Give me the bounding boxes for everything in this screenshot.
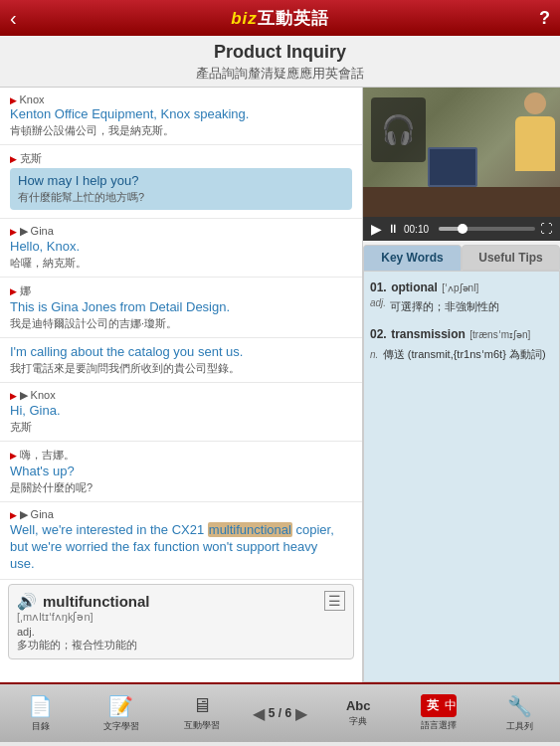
page-current: 5 / 6 [269, 706, 291, 720]
word-definition: 多功能的；複合性功能的 [17, 638, 345, 653]
en-line-highlight[interactable]: Well, we're interested in the CX21 multi… [10, 522, 352, 537]
nav-label-text: 文字學習 [103, 720, 139, 733]
kw-phonetic: [trænsˈmɪʃən] [469, 329, 530, 340]
speaker-label: Knox [10, 93, 352, 105]
progress-bar[interactable] [439, 227, 535, 231]
en-line[interactable]: This is Gina Jones from Detail Design. [10, 299, 352, 314]
en-line[interactable]: How may I help you? [18, 173, 344, 188]
nav-item-tools[interactable]: 🔧 工具列 [489, 694, 549, 733]
page-next-button[interactable]: ▶ [295, 704, 307, 723]
dialogue-item-5: I'm calling about the catalog you sent u… [0, 338, 362, 383]
kw-phonetic: [ˈʌpʃənl] [442, 282, 478, 293]
nav-label-interactive: 互動學習 [184, 719, 220, 732]
person-body [515, 116, 555, 171]
word-popup[interactable]: 🔊 multifunctional ☰ [ˌmʌltɪˈfʌŋkʃən] adj… [8, 584, 354, 659]
kw-number: 02. [370, 327, 387, 341]
zh-line: 肯頓辦公設備公司，我是納克斯。 [10, 123, 352, 138]
video-monitor [428, 147, 477, 187]
progress-thumb [458, 224, 467, 234]
dialogue-item-3: ▶ Gina Hello, Knox. 哈囉，納克斯。 [0, 219, 362, 278]
kw-content: 01. optional [ˈʌpʃənl] adj. 可選擇的；非強制性的 0… [363, 271, 560, 682]
lang-en[interactable]: 英 [421, 694, 445, 717]
lang-toggle[interactable]: 英 中 [421, 694, 457, 717]
tab-useful-tips[interactable]: Useful Tips [462, 245, 560, 271]
page-title-area: Product Inquiry 產品詢詢釐清疑應應用英會話 [0, 36, 560, 88]
fullscreen-button[interactable]: ⛶ [540, 222, 552, 236]
left-panel: Knox Kenton Office Equipment, Knox speak… [0, 88, 363, 682]
tools-icon: 🔧 [507, 694, 532, 718]
dialogue-item-8: ▶ Gina Well, we're interested in the CX2… [0, 502, 362, 580]
kw-word[interactable]: transmission [391, 327, 466, 341]
contents-icon: 📄 [28, 694, 53, 718]
nav-label-tools: 工具列 [506, 720, 533, 733]
en-line[interactable]: Hello, Knox. [10, 239, 352, 254]
zh-line: 是關於什麼的呢? [10, 480, 352, 495]
tab-keywords[interactable]: Key Words [363, 245, 462, 271]
video-desk [363, 187, 560, 217]
en-line-cont: but we're worried the fax function won't… [10, 539, 352, 554]
highlight-box: How may I help you? 有什麼能幫上忙的地方嗎? [10, 168, 352, 210]
bottom-nav: 📄 目錄 📝 文字學習 🖥 互動學習 ◀ 5 / 6 ▶ Abc 字典 英 中 … [0, 682, 560, 742]
pause-button[interactable]: ⏸ [387, 222, 399, 236]
video-controls: ▶ ⏸ 00:10 ⛶ [363, 217, 560, 241]
speaker-label: ▶ Knox [10, 389, 352, 402]
zh-line: 我是迪特爾設計公司的吉娜·瓊斯。 [10, 316, 352, 331]
en-line[interactable]: Kenton Office Equipment, Knox speaking. [10, 106, 352, 121]
zh-line: 有什麼能幫上忙的地方嗎? [18, 190, 344, 205]
speaker-label: 克斯 [10, 151, 352, 166]
nav-item-contents[interactable]: 📄 目錄 [11, 694, 71, 733]
page-counter: ◀ 5 / 6 ▶ [253, 704, 307, 723]
speaker-label: ▶ Gina [10, 225, 352, 238]
nav-label-lang: 語言選擇 [421, 719, 457, 732]
highlighted-word[interactable]: multifunctional [208, 522, 292, 537]
word-list-icon[interactable]: ☰ [324, 591, 345, 611]
nav-item-language[interactable]: 英 中 語言選擇 [409, 694, 468, 732]
headset-icon: 🎧 [381, 113, 416, 146]
nav-item-dict[interactable]: Abc 字典 [328, 698, 388, 728]
video-headset: 🎧 [371, 97, 426, 162]
kw-pos: adj. [370, 297, 386, 314]
speaker-icon[interactable]: 🔊 [17, 592, 37, 611]
video-person [515, 93, 555, 171]
top-bar: ‹ biz互動英語 ? [0, 0, 560, 36]
kw-item-2: 02. transmission [trænsˈmɪʃən] n. 傳送 (tr… [370, 324, 553, 362]
page-title-zh: 產品詢詢釐清疑應應用英會話 [10, 65, 550, 83]
en-line[interactable]: What's up? [10, 464, 352, 478]
video-scene: 🎧 [363, 88, 560, 217]
text-learning-icon: 📝 [108, 694, 133, 718]
kw-item-1: 01. optional [ˈʌpʃənl] adj. 可選擇的；非強制性的 [370, 278, 553, 314]
kw-word[interactable]: optional [391, 280, 438, 294]
dict-icon: Abc [346, 698, 371, 713]
app-title-biz: biz [231, 9, 258, 28]
zh-line: 克斯 [10, 420, 352, 435]
play-button[interactable]: ▶ [371, 221, 382, 237]
speaker-label: 嗨，吉娜。 [10, 448, 352, 463]
speaker-label: ▶ Gina [10, 508, 352, 521]
main-content: Knox Kenton Office Equipment, Knox speak… [0, 88, 560, 682]
help-button[interactable]: ? [539, 8, 550, 29]
en-line[interactable]: I'm calling about the catalog you sent u… [10, 344, 352, 359]
word-pos: adj. [17, 626, 345, 638]
speaker-label: 娜 [10, 283, 352, 298]
right-panel: 🎧 ▶ ⏸ 00:10 ⛶ [363, 88, 560, 682]
en-line-cont2: use. [10, 556, 352, 571]
nav-label-dict: 字典 [349, 715, 367, 728]
dialogue-item-4: 娜 This is Gina Jones from Detail Design.… [0, 278, 362, 338]
app-title: biz互動英語 [231, 7, 329, 30]
dialogue-item-7: 嗨，吉娜。 What's up? 是關於什麼的呢? [0, 442, 362, 502]
zh-line: 我打電話來是要詢問我們所收到的貴公司型錄。 [10, 361, 352, 376]
kw-tabs: Key Words Useful Tips [363, 245, 560, 271]
kw-pos: n. [370, 349, 378, 360]
word-title: multifunctional [43, 593, 150, 610]
video-area: 🎧 [363, 88, 560, 217]
time-display: 00:10 [404, 224, 434, 235]
nav-item-interactive[interactable]: 🖥 互動學習 [172, 694, 232, 732]
back-button[interactable]: ‹ [10, 7, 17, 30]
kw-def: 可選擇的；非強制性的 [390, 299, 499, 314]
nav-item-text-learning[interactable]: 📝 文字學習 [92, 694, 151, 733]
dialogue-item-6: ▶ Knox Hi, Gina. 克斯 [0, 383, 362, 442]
page-title-en: Product Inquiry [10, 42, 550, 63]
kw-number: 01. [370, 280, 387, 294]
en-line[interactable]: Hi, Gina. [10, 403, 352, 418]
page-prev-button[interactable]: ◀ [253, 704, 265, 723]
